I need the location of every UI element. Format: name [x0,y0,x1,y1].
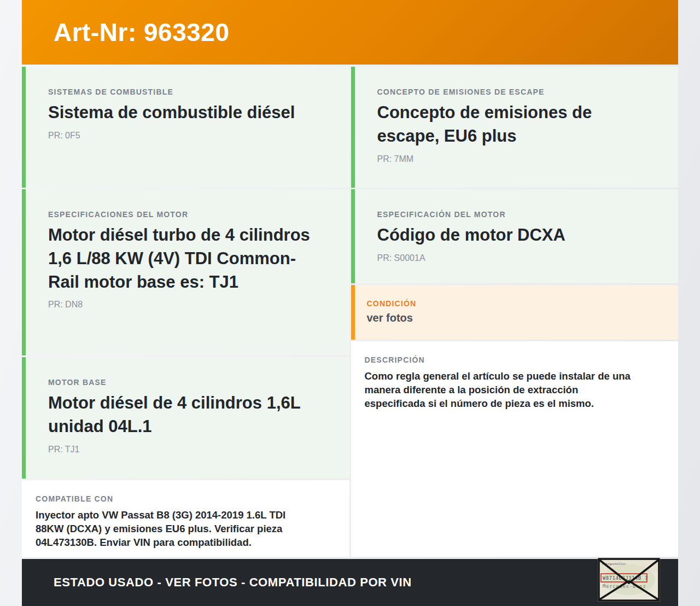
pr-code: PR: TJ1 [48,445,325,454]
card-compatible-with: COMPATIBLE CON Inyector apto VW Passat B… [22,480,349,557]
card-label: MOTOR BASE [48,378,325,387]
left-column: SISTEMAS DE COMBUSTIBLE Sistema de combu… [22,67,349,557]
pr-code: PR: S0001A [377,253,655,263]
status-banner: ESTADO USADO - VER FOTOS - COMPATIBILIDA… [22,559,678,606]
card-title: Sistema de combustible diésel [48,101,325,125]
vin-envelope-image: Fahrgestellnr. W871463J314B 7 Mercedes-B… [598,558,660,602]
spec-grid: SISTEMAS DE COMBUSTIBLE Sistema de combu… [22,67,678,557]
pr-code: PR: DN8 [48,300,325,310]
page-header: Art-Nr: 963320 [22,0,678,65]
card-label: COMPATIBLE CON [36,494,311,503]
card-title: Código de motor DCXA [377,224,655,247]
condition-label: CONDICIÓN [367,299,655,308]
card-engine-code: ESPECIFICACIÓN DEL MOTOR Código de motor… [351,189,679,283]
card-title: Motor diésel de 4 cilindros 1,6L unidad … [48,392,325,439]
card-base-engine: MOTOR BASE Motor diésel de 4 cilindros 1… [22,357,349,479]
card-title: Concepto de emisiones de escape, EU6 plu… [377,101,655,148]
right-column: CONCEPTO DE EMISIONES DE ESCAPE Concepto… [351,67,679,557]
card-label: ESPECIFICACIÓN DEL MOTOR [377,210,655,219]
card-fuel-system: SISTEMAS DE COMBUSTIBLE Sistema de combu… [22,67,349,188]
condition-value: ver fotos [367,312,655,324]
description-label: DESCRIPCIÓN [365,356,640,364]
card-label: ESPECIFICACIONES DEL MOTOR [48,210,325,219]
status-banner-text: ESTADO USADO - VER FOTOS - COMPATIBILIDA… [54,575,412,590]
pr-code: PR: 7MM [377,154,655,164]
pr-code: PR: 0F5 [48,131,325,141]
envelope-over-registration-document-icon: Fahrgestellnr. W871463J314B 7 Mercedes-B… [598,558,660,602]
card-label: CONCEPTO DE EMISIONES DE ESCAPE [377,88,655,96]
card-description: DESCRIPCIÓN Como regla general el artícu… [351,341,679,557]
listing-page: Art-Nr: 963320 SISTEMAS DE COMBUSTIBLE S… [22,0,678,606]
description-text: Como regla general el artículo se puede … [365,369,640,410]
compatibility-text: Inyector apto VW Passat B8 (3G) 2014-201… [36,508,311,549]
card-engine-specs: ESPECIFICACIONES DEL MOTOR Motor diésel … [22,189,349,356]
card-emissions-concept: CONCEPTO DE EMISIONES DE ESCAPE Concepto… [351,67,679,188]
article-number-title: Art-Nr: 963320 [54,18,229,47]
card-label: SISTEMAS DE COMBUSTIBLE [48,88,325,96]
card-title: Motor diésel turbo de 4 cilindros 1,6 L/… [48,224,325,294]
card-condition: CONDICIÓN ver fotos [351,285,679,340]
